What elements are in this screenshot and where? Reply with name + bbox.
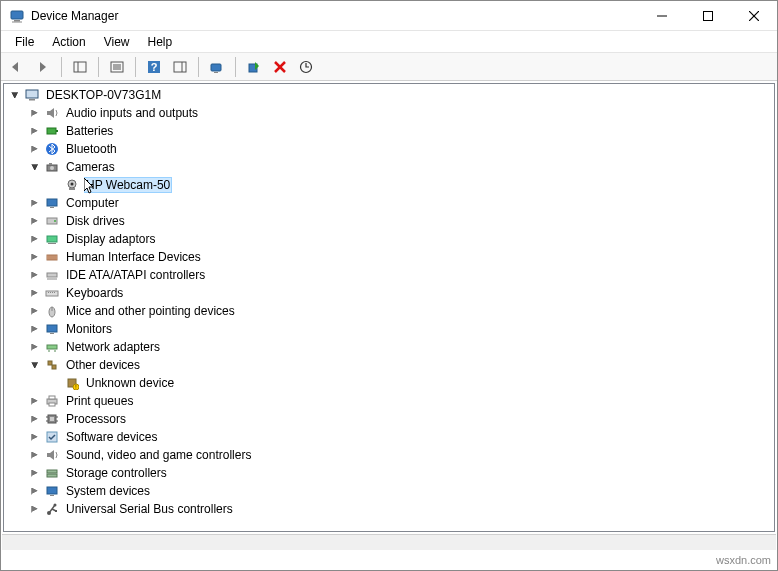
camera-icon [44, 159, 60, 175]
tree-label: Print queues [64, 393, 135, 409]
tree-item-unknown[interactable]: ! Unknown device [4, 374, 774, 392]
tree-label: Cameras [64, 159, 117, 175]
properties-button[interactable] [105, 56, 129, 78]
expand-icon[interactable] [28, 286, 42, 300]
toolbar: ? [1, 53, 777, 81]
tree-item-bluetooth[interactable]: Bluetooth [4, 140, 774, 158]
printer-icon [44, 393, 60, 409]
network-icon [44, 339, 60, 355]
update-driver-button[interactable] [205, 56, 229, 78]
svg-point-84 [54, 504, 57, 507]
expand-icon[interactable] [28, 358, 42, 372]
expand-icon[interactable] [8, 88, 22, 102]
close-button[interactable] [731, 1, 777, 31]
tree-item-network[interactable]: Network adapters [4, 338, 774, 356]
expand-icon[interactable] [28, 142, 42, 156]
tree-item-audio[interactable]: Audio inputs and outputs [4, 104, 774, 122]
tree-item-computer[interactable]: Computer [4, 194, 774, 212]
expand-icon[interactable] [28, 430, 42, 444]
expand-icon[interactable] [28, 232, 42, 246]
tree-item-hid[interactable]: Human Interface Devices [4, 248, 774, 266]
toolbar-separator [135, 57, 136, 77]
tree-item-sound[interactable]: Sound, video and game controllers [4, 446, 774, 464]
expand-icon[interactable] [28, 304, 42, 318]
tree-label: Mice and other pointing devices [64, 303, 237, 319]
mouse-icon [44, 303, 60, 319]
tree-item-ide[interactable]: IDE ATA/ATAPI controllers [4, 266, 774, 284]
forward-button[interactable] [31, 56, 55, 78]
tree-item-monitors[interactable]: Monitors [4, 320, 774, 338]
expand-icon[interactable] [28, 214, 42, 228]
svg-rect-86 [55, 510, 57, 512]
expand-icon[interactable] [28, 340, 42, 354]
tree-item-processors[interactable]: Processors [4, 410, 774, 428]
expand-icon[interactable] [28, 160, 42, 174]
menu-view[interactable]: View [96, 33, 138, 51]
sound-icon [44, 447, 60, 463]
back-button[interactable] [5, 56, 29, 78]
svg-point-32 [71, 183, 74, 186]
system-icon [44, 483, 60, 499]
expand-icon[interactable] [28, 250, 42, 264]
unknown-device-icon: ! [64, 375, 80, 391]
watermark: wsxdn.com [716, 554, 771, 566]
svg-rect-34 [47, 199, 57, 206]
minimize-button[interactable] [639, 1, 685, 31]
tree-label: Batteries [64, 123, 115, 139]
expand-icon[interactable] [28, 484, 42, 498]
toolbar-separator [198, 57, 199, 77]
menu-action[interactable]: Action [44, 33, 93, 51]
computer-icon [24, 87, 40, 103]
svg-rect-70 [49, 403, 55, 406]
scan-hardware-button[interactable] [294, 56, 318, 78]
tree-item-software[interactable]: Software devices [4, 428, 774, 446]
svg-text:?: ? [151, 61, 158, 73]
tree-item-keyboards[interactable]: Keyboards [4, 284, 774, 302]
svg-rect-52 [48, 292, 49, 293]
tree-item-system[interactable]: System devices [4, 482, 774, 500]
svg-point-37 [54, 220, 56, 222]
tree-label: System devices [64, 483, 152, 499]
speaker-icon [44, 105, 60, 121]
expand-icon[interactable] [28, 466, 42, 480]
enable-device-button[interactable] [242, 56, 266, 78]
cpu-icon [44, 411, 60, 427]
monitor-icon [44, 195, 60, 211]
menu-help[interactable]: Help [140, 33, 181, 51]
tree-item-storage[interactable]: Storage controllers [4, 464, 774, 482]
tree-label: Audio inputs and outputs [64, 105, 200, 121]
expand-icon[interactable] [28, 196, 42, 210]
expand-icon[interactable] [28, 322, 42, 336]
svg-text:!: ! [75, 384, 76, 390]
tree-label: HP Webcam-50 [84, 177, 172, 193]
tree-item-hp-webcam[interactable]: HP Webcam-50 [4, 176, 774, 194]
tree-root[interactable]: DESKTOP-0V73G1M [4, 86, 774, 104]
tree-item-other[interactable]: Other devices [4, 356, 774, 374]
expand-icon[interactable] [28, 268, 42, 282]
help-button[interactable]: ? [142, 56, 166, 78]
svg-rect-54 [52, 292, 53, 293]
titlebar: Device Manager [1, 1, 777, 31]
tree-item-display[interactable]: Display adaptors [4, 230, 774, 248]
tree-item-usb[interactable]: Universal Serial Bus controllers [4, 500, 774, 518]
expand-icon[interactable] [28, 502, 42, 516]
action-pane-button[interactable] [168, 56, 192, 78]
tree-item-cameras[interactable]: Cameras [4, 158, 774, 176]
show-hide-tree-button[interactable] [68, 56, 92, 78]
svg-rect-55 [54, 292, 55, 293]
menu-file[interactable]: File [7, 33, 42, 51]
device-tree[interactable]: DESKTOP-0V73G1M Audio inputs and outputs… [3, 83, 775, 532]
svg-rect-63 [48, 361, 52, 365]
tree-item-disk[interactable]: Disk drives [4, 212, 774, 230]
expand-icon[interactable] [28, 124, 42, 138]
expand-icon[interactable] [28, 106, 42, 120]
tree-item-printq[interactable]: Print queues [4, 392, 774, 410]
tree-item-mice[interactable]: Mice and other pointing devices [4, 302, 774, 320]
uninstall-device-button[interactable] [268, 56, 292, 78]
expand-icon[interactable] [28, 394, 42, 408]
expand-icon[interactable] [28, 412, 42, 426]
svg-rect-35 [50, 207, 54, 208]
expand-icon[interactable] [28, 448, 42, 462]
tree-item-batteries[interactable]: Batteries [4, 122, 774, 140]
maximize-button[interactable] [685, 1, 731, 31]
